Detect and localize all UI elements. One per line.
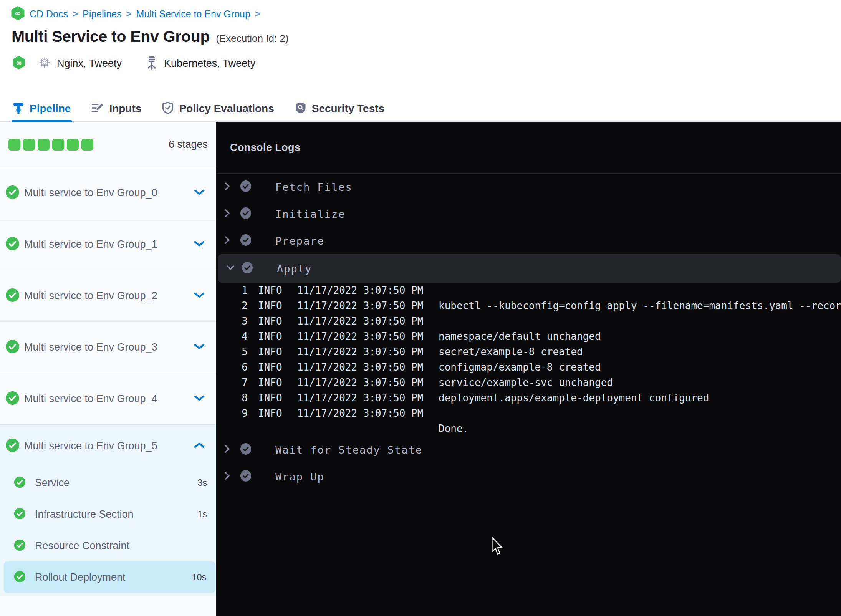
- log-line: 9INFO11/17/2022 3:07:50 PM: [216, 406, 841, 421]
- services-gear-icon: [38, 56, 51, 70]
- tab-policy-evaluations[interactable]: Policy Evaluations: [161, 96, 275, 121]
- tab-pipeline[interactable]: Pipeline: [12, 96, 72, 121]
- step-success-icon: [240, 207, 252, 221]
- environments-rack-icon: [146, 56, 158, 71]
- tab-bar: Pipeline Inputs Policy E: [0, 96, 841, 122]
- chevron-down-icon[interactable]: [194, 240, 205, 249]
- chevron-right-icon[interactable]: [225, 182, 230, 192]
- section-divider: [0, 593, 216, 596]
- step-row-service[interactable]: Service 3s: [0, 467, 216, 498]
- success-check-icon: [5, 391, 20, 407]
- mouse-cursor: [490, 537, 504, 558]
- stage-row-expanded[interactable]: Multi service to Env Group_5: [0, 425, 216, 467]
- step-row-infrastructure[interactable]: Infrastructure Section 1s: [0, 498, 216, 530]
- tab-security-tests-label: Security Tests: [312, 103, 384, 115]
- chevron-down-icon[interactable]: [194, 395, 205, 403]
- step-row-rollout-deployment[interactable]: Rollout Deployment 10s: [4, 561, 215, 593]
- execution-id-label: (Execution Id: 2): [216, 33, 288, 45]
- svg-text:∞: ∞: [15, 9, 21, 18]
- breadcrumb-separator: >: [126, 8, 131, 19]
- console-step-label: Fetch Files: [275, 181, 353, 193]
- log-line: 8INFO11/17/2022 3:07:50 PMdeployment.app…: [216, 390, 841, 406]
- stage-progress-square: [81, 139, 93, 151]
- console-step-label: Prepare: [275, 235, 324, 247]
- log-line: 6INFO11/17/2022 3:07:50 PMconfigmap/exam…: [216, 359, 841, 375]
- console-logs-title: Console Logs: [230, 142, 300, 154]
- chevron-right-icon[interactable]: [225, 209, 230, 219]
- console-step-label: Wrap Up: [275, 471, 324, 483]
- breadcrumb-separator: >: [73, 8, 78, 19]
- console-step-apply[interactable]: Apply: [218, 254, 841, 283]
- log-line: 1INFO11/17/2022 3:07:50 PM: [216, 283, 841, 298]
- step-success-icon: [242, 262, 253, 275]
- step-success-icon: [240, 180, 252, 194]
- console-step-label: Apply: [277, 263, 312, 275]
- log-line: 7INFO11/17/2022 3:07:50 PMservice/exampl…: [216, 375, 841, 390]
- log-line-done: Done.: [216, 421, 841, 436]
- stage-row[interactable]: Multi service to Env Group_3: [0, 322, 216, 373]
- chevron-right-icon[interactable]: [225, 445, 230, 455]
- step-success-icon: [240, 470, 252, 484]
- chevron-down-icon[interactable]: [194, 189, 205, 197]
- stage-row[interactable]: Multi service to Env Group_1: [0, 219, 216, 270]
- stage-progress-square: [67, 139, 79, 151]
- step-success-icon: [240, 234, 252, 248]
- step-success-icon: [240, 443, 252, 457]
- tab-pipeline-label: Pipeline: [30, 103, 71, 115]
- execution-meta-row: ∞ Nginx, Tweety: [0, 55, 841, 72]
- tab-security-tests[interactable]: Security Tests: [294, 96, 386, 121]
- chevron-down-icon[interactable]: [226, 265, 235, 272]
- chevron-right-icon[interactable]: [225, 236, 230, 246]
- success-check-icon: [14, 571, 26, 584]
- breadcrumb-separator: >: [255, 8, 260, 19]
- console-logs-header: Console Logs: [216, 122, 841, 174]
- console-step-initialize[interactable]: Initialize: [216, 200, 841, 227]
- success-check-icon: [5, 288, 20, 304]
- expanded-stage-section: Multi service to Env Group_5 Service 3s …: [0, 425, 216, 596]
- console-step-prepare[interactable]: Prepare: [216, 227, 841, 254]
- log-line: 3INFO11/17/2022 3:07:50 PM: [216, 313, 841, 329]
- stage-label: Multi service to Env Group_4: [24, 393, 157, 405]
- console-step-wait-for-steady-state[interactable]: Wait for Steady State: [216, 436, 841, 463]
- stage-row[interactable]: Multi service to Env Group_2: [0, 270, 216, 322]
- success-check-icon: [14, 539, 26, 553]
- page-title: Multi Service to Env Group: [12, 28, 210, 46]
- console-step-fetch-files[interactable]: Fetch Files: [216, 174, 841, 200]
- breadcrumb: ∞ CD Docs > Pipelines > Multi Service to…: [0, 0, 841, 22]
- stage-label: Multi service to Env Group_3: [24, 341, 157, 353]
- cd-module-icon: ∞: [11, 6, 25, 22]
- step-row-resource-constraint[interactable]: Resource Constraint: [0, 530, 216, 561]
- breadcrumb-link-cd-docs[interactable]: CD Docs: [30, 8, 68, 20]
- services-label: Nginx, Tweety: [57, 58, 122, 70]
- chevron-right-icon[interactable]: [225, 472, 230, 482]
- stage-progress-square: [52, 139, 64, 151]
- breadcrumb-link-pipeline-name[interactable]: Multi Service to Env Group: [136, 8, 250, 20]
- title-row: Multi Service to Env Group (Execution Id…: [0, 28, 841, 46]
- breadcrumb-link-pipelines[interactable]: Pipelines: [83, 8, 121, 20]
- stage-row[interactable]: Multi service to Env Group_4: [0, 373, 216, 425]
- shield-search-icon: [295, 102, 306, 116]
- stage-label: Multi service to Env Group_5: [24, 440, 157, 452]
- chevron-down-icon[interactable]: [194, 343, 205, 352]
- stage-progress-squares: [8, 139, 93, 151]
- tab-policy-evaluations-label: Policy Evaluations: [179, 103, 274, 115]
- chevron-down-icon[interactable]: [194, 292, 205, 300]
- tab-inputs[interactable]: Inputs: [90, 96, 142, 121]
- step-label: Rollout Deployment: [35, 571, 126, 583]
- log-line: 2INFO11/17/2022 3:07:50 PMkubectl --kube…: [216, 298, 841, 313]
- stages-panel-filler: [0, 596, 216, 616]
- stage-row[interactable]: Multi service to Env Group_0: [0, 167, 216, 219]
- stage-count-label: 6 stages: [169, 139, 208, 151]
- pipeline-icon: [13, 102, 24, 116]
- stage-label: Multi service to Env Group_1: [24, 238, 157, 250]
- console-step-wrap-up[interactable]: Wrap Up: [216, 463, 841, 490]
- svg-text:∞: ∞: [16, 58, 22, 67]
- stage-progress-square: [38, 139, 50, 151]
- step-label: Service: [35, 477, 70, 489]
- chevron-up-icon[interactable]: [194, 442, 205, 450]
- log-line: 5INFO11/17/2022 3:07:50 PMsecret/example…: [216, 344, 841, 359]
- step-duration: 10s: [192, 572, 206, 583]
- success-check-icon: [5, 438, 20, 454]
- tab-inputs-label: Inputs: [109, 103, 141, 115]
- pipeline-execution-page: ∞ CD Docs > Pipelines > Multi Service to…: [0, 0, 841, 616]
